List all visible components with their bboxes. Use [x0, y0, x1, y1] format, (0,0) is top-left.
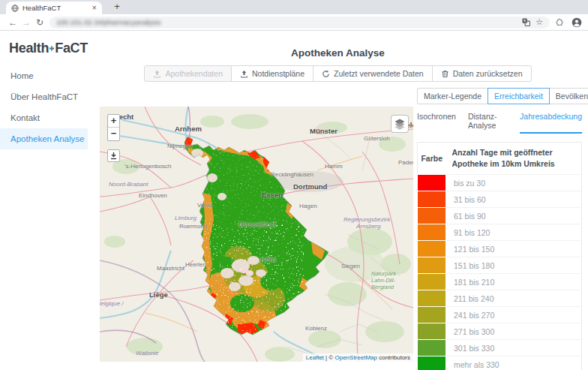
- legend-row: 151 bis 180: [418, 257, 582, 274]
- legend-row-label: 61 bis 90: [446, 208, 582, 224]
- trash-icon: [441, 70, 449, 78]
- daten-zuruecksetzen-button[interactable]: Daten zurücksetzen: [432, 65, 532, 82]
- legend-row-label: 241 bis 270: [446, 307, 582, 323]
- zoom-out-button[interactable]: −: [108, 128, 119, 140]
- browser-tab-strip: HealthFaCT × +: [0, 0, 588, 14]
- legend-color-swatch: [418, 241, 446, 257]
- legend-color-swatch: [418, 208, 446, 224]
- legend-color-swatch: [418, 307, 446, 323]
- map-attribution: Leaflet | © OpenStreetMap contributors: [303, 353, 413, 362]
- forward-icon: →: [20, 17, 33, 28]
- back-icon[interactable]: ←: [6, 17, 20, 28]
- upload-icon: [240, 70, 248, 78]
- legend-col-description: Anzahl Tage mit geöffneter Apotheke im 1…: [446, 143, 582, 175]
- apothekendaten-button: Apothekendaten: [144, 65, 231, 82]
- legend-row-label: 121 bis 150: [446, 241, 582, 257]
- legend-color-swatch: [418, 323, 446, 340]
- download-icon: [110, 152, 118, 160]
- tab-title: HealthFaCT: [22, 4, 88, 12]
- legend-row: 241 bis 270: [418, 307, 582, 323]
- subtab-jahresabdeckung[interactable]: Jahresabdeckung: [520, 112, 582, 134]
- osm-link[interactable]: OpenStreetMap: [334, 354, 376, 361]
- tab-erreichbarkeit[interactable]: Erreichbarkeit: [488, 88, 550, 104]
- sidebar-item-home[interactable]: Home: [0, 65, 88, 86]
- legend-color-swatch: [418, 191, 446, 208]
- medical-cross-icon: [50, 43, 54, 54]
- leaflet-map[interactable]: UtrechtArnhemNijmegen's-HertogenboschNoo…: [100, 107, 413, 362]
- legend-color-swatch: [418, 290, 446, 307]
- browser-toolbar: ← → ↻ 100.101.02.34/pharmacyanalysis ☆: [0, 14, 588, 31]
- legend-color-swatch: [418, 224, 446, 241]
- legend-color-swatch: [418, 257, 446, 274]
- reload-icon[interactable]: ↻: [33, 17, 46, 28]
- map-zoom-control: + −: [107, 114, 120, 141]
- layers-icon: [394, 118, 406, 130]
- subtab-isochronen[interactable]: Isochronen: [417, 112, 456, 134]
- translate-icon[interactable]: [522, 18, 530, 26]
- sidebar-item-ueber[interactable]: Über HealthFaCT: [0, 86, 88, 107]
- legend-row-label: mehr als 330: [446, 356, 582, 370]
- coverage-legend-table: Farbe Anzahl Tage mit geöffneter Apothek…: [417, 142, 582, 370]
- legend-row: 271 bis 300: [418, 323, 582, 340]
- legend-row: 121 bis 150: [418, 241, 582, 257]
- legend-row-label: bis zu 30: [446, 175, 582, 191]
- legend-row: 61 bis 90: [418, 208, 582, 224]
- legend-color-swatch: [418, 356, 446, 370]
- legend-color-swatch: [418, 175, 446, 191]
- legend-row-label: 211 bis 240: [446, 290, 582, 307]
- map-canvas[interactable]: [100, 107, 413, 362]
- data-actions-toolbar: Apothekendaten Notdienstpläne Zuletzt ve…: [88, 65, 588, 82]
- panel-tab-group: Marker-Legende Erreichbarkeit Bevölkerun…: [417, 88, 582, 104]
- analysis-panel: Marker-Legende Erreichbarkeit Bevölkerun…: [417, 88, 582, 370]
- tab-marker-legende[interactable]: Marker-Legende: [417, 88, 488, 104]
- legend-row-label: 151 bis 180: [446, 257, 582, 274]
- legend-row: 91 bis 120: [418, 224, 582, 241]
- legend-row: 301 bis 330: [418, 340, 582, 356]
- map-layers-control[interactable]: [391, 115, 409, 133]
- legend-row: 211 bis 240: [418, 290, 582, 307]
- notdienstplaene-button[interactable]: Notdienstpläne: [231, 65, 314, 82]
- logo-text-fact: FaCT: [55, 41, 88, 56]
- new-tab-button[interactable]: +: [111, 1, 123, 13]
- zuletzt-verwendete-daten-button[interactable]: Zuletzt verwendete Daten: [313, 65, 433, 82]
- healthfact-logo: Health FaCT: [9, 41, 88, 56]
- legend-row: 31 bis 60: [418, 191, 582, 208]
- tab-bevoelkerung[interactable]: Bevölkerung: [549, 88, 588, 104]
- upload-icon: [153, 70, 161, 78]
- legend-row-label: 91 bis 120: [446, 224, 582, 241]
- browser-tab[interactable]: HealthFaCT ×: [6, 2, 102, 14]
- tab-close-icon[interactable]: ×: [92, 4, 97, 12]
- bookmark-star-icon[interactable]: ☆: [536, 18, 543, 26]
- address-bar[interactable]: 100.101.02.34/pharmacyanalysis ☆: [50, 17, 550, 29]
- sidebar-item-apotheken-analyse[interactable]: Apotheken Analyse: [0, 128, 88, 149]
- legend-row-label: 181 bis 210: [446, 274, 582, 290]
- legend-row-label: 31 bis 60: [446, 191, 582, 208]
- legend-row: 181 bis 210: [418, 274, 582, 290]
- logo-text-health: Health: [9, 41, 49, 56]
- legend-col-farbe: Farbe: [418, 143, 446, 175]
- sidebar-item-kontakt[interactable]: Kontakt: [0, 107, 88, 128]
- profile-avatar[interactable]: [572, 17, 582, 28]
- globe-favicon-icon: [11, 5, 19, 12]
- legend-color-swatch: [418, 340, 446, 356]
- subtab-distanz-analyse[interactable]: Distanz-Analyse: [468, 112, 508, 134]
- extensions-puzzle-icon[interactable]: [556, 18, 565, 27]
- legend-row-label: 301 bis 330: [446, 340, 582, 356]
- legend-color-swatch: [418, 274, 446, 290]
- panel-subtabs: Isochronen Distanz-Analyse Jahresabdecku…: [417, 112, 582, 134]
- refresh-icon: [322, 70, 330, 78]
- sidebar: Health FaCT Home Über HealthFaCT Kontakt…: [0, 31, 88, 369]
- map-download-button[interactable]: [107, 149, 120, 162]
- sidebar-nav: Home Über HealthFaCT Kontakt Apotheken A…: [0, 65, 88, 149]
- page-title: Apotheken Analyse: [88, 47, 588, 59]
- legend-row: bis zu 30: [418, 175, 582, 191]
- zoom-in-button[interactable]: +: [108, 115, 119, 128]
- legend-row: mehr als 330: [418, 356, 582, 370]
- legend-row-label: 271 bis 300: [446, 323, 582, 340]
- healthfact-app: Health FaCT Home Über HealthFaCT Kontakt…: [0, 31, 588, 369]
- url-text[interactable]: 100.101.02.34/pharmacyanalysis: [56, 18, 517, 26]
- leaflet-link[interactable]: Leaflet: [306, 354, 324, 361]
